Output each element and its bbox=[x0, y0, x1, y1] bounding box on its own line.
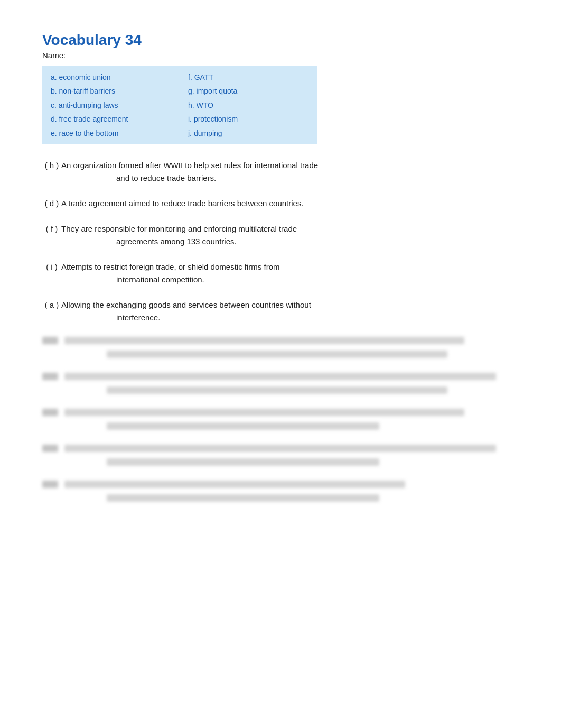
question-continuation-q5: interference. bbox=[42, 311, 519, 324]
vocab-item-i: i. protectionism bbox=[188, 113, 325, 125]
answer-letter-q3: ( f ) bbox=[42, 223, 61, 235]
blurred-question-7 bbox=[42, 373, 519, 397]
question-5: ( a ) Allowing the exchanging goods and … bbox=[42, 299, 519, 324]
blurred-question-8 bbox=[42, 409, 519, 433]
question-text-q5: Allowing the exchanging goods and servic… bbox=[61, 299, 519, 311]
vocab-item-h: h. WTO bbox=[188, 99, 325, 111]
answer-letter-q4: ( i ) bbox=[42, 261, 61, 273]
vocab-item-e: e. race to the bottom bbox=[51, 127, 188, 139]
page-title: Vocabulary 34 bbox=[42, 32, 519, 49]
vocab-item-d: d. free trade agreement bbox=[51, 113, 188, 125]
question-continuation-q1: and to reduce trade barriers. bbox=[42, 172, 519, 185]
question-continuation-q3: agreements among 133 countries. bbox=[42, 235, 519, 248]
vocab-item-g: g. import quota bbox=[188, 85, 325, 97]
question-text-q4: Attempts to restrict foreign trade, or s… bbox=[61, 261, 519, 273]
vocab-item-a: a. economic union bbox=[51, 71, 188, 83]
blurred-question-6 bbox=[42, 337, 519, 361]
question-text-q2: A trade agreement aimed to reduce trade … bbox=[61, 197, 519, 210]
question-text-q1: An organization formed after WWII to hel… bbox=[61, 159, 519, 172]
answer-letter-q2: ( d ) bbox=[42, 197, 61, 210]
vocab-item-j: j. dumping bbox=[188, 127, 325, 139]
answer-letter-q5: ( a ) bbox=[42, 299, 61, 311]
question-text-q3: They are responsible for monitoring and … bbox=[61, 223, 519, 235]
blurred-question-9 bbox=[42, 445, 519, 469]
vocab-item-f: f. GATT bbox=[188, 71, 325, 83]
vocab-item-b: b. non-tariff barriers bbox=[51, 85, 188, 97]
answer-letter-q1: ( h ) bbox=[42, 159, 61, 172]
question-2: ( d ) A trade agreement aimed to reduce … bbox=[42, 197, 519, 210]
question-3: ( f ) They are responsible for monitorin… bbox=[42, 223, 519, 248]
name-label: Name: bbox=[42, 51, 519, 60]
question-1: ( h ) An organization formed after WWII … bbox=[42, 159, 519, 185]
vocab-table: a. economic union f. GATT b. non-tariff … bbox=[42, 66, 317, 144]
vocab-item-c: c. anti-dumping laws bbox=[51, 99, 188, 111]
question-4: ( i ) Attempts to restrict foreign trade… bbox=[42, 261, 519, 286]
blurred-question-10 bbox=[42, 481, 519, 505]
question-continuation-q4: international competition. bbox=[42, 273, 519, 286]
